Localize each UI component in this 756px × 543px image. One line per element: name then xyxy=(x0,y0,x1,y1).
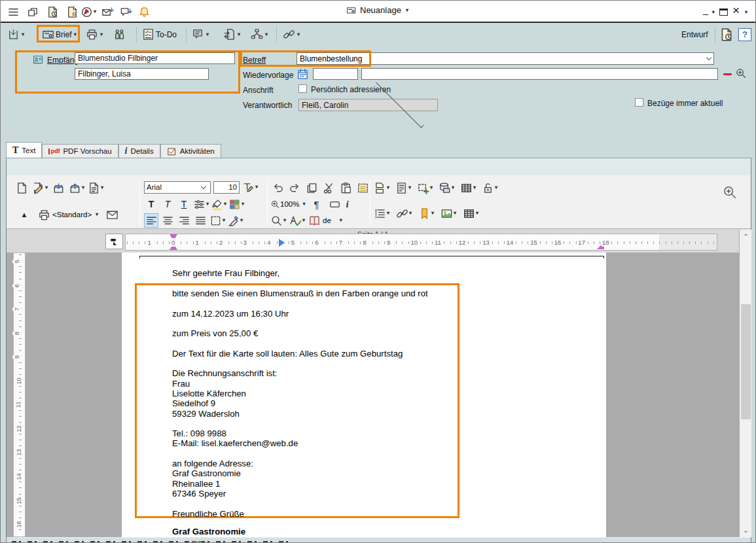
close-dropdown-icon[interactable]: ▾ xyxy=(745,10,747,15)
search-button[interactable]: ▾ xyxy=(270,213,286,228)
zoom-level-button[interactable]: 100%▾ xyxy=(270,197,305,211)
underline-button[interactable]: T xyxy=(177,197,191,211)
tab-aktivitaeten[interactable]: Aktivitäten xyxy=(160,144,221,158)
font-dialog-button[interactable]: ▾ xyxy=(242,180,258,194)
close-button[interactable]: × xyxy=(732,3,740,18)
notification-bell-icon[interactable] xyxy=(137,5,151,19)
scroll-up-icon[interactable]: ⌃ xyxy=(740,231,751,242)
bookmark-button[interactable]: ▾ xyxy=(418,206,434,220)
chevron-down-icon[interactable] xyxy=(706,55,711,60)
empfaenger-person-field[interactable] xyxy=(75,68,209,80)
check-in-button[interactable] xyxy=(51,181,65,195)
collapse-toolbar-button[interactable]: ▲ xyxy=(17,207,31,222)
new-document-button[interactable] xyxy=(14,181,29,195)
document-page[interactable]: Sehr geehrte Frau Filbinger, bitte sende… xyxy=(122,253,606,537)
table-grid-button[interactable]: ▾ xyxy=(463,206,478,220)
vertical-scrollbar[interactable]: ⌃ ⌄ xyxy=(739,230,751,537)
font-color-button[interactable]: ▾ xyxy=(228,197,244,211)
align-right-button[interactable] xyxy=(177,213,191,228)
vertical-ruler[interactable]: 5678910111213141516 xyxy=(13,253,26,537)
note-button[interactable]: ▾ xyxy=(192,26,209,43)
window-title-group[interactable]: Neuanlage ▾ xyxy=(346,5,408,15)
select-all-button[interactable] xyxy=(355,181,370,195)
font-name-combo[interactable]: Arial xyxy=(144,181,211,194)
italic-button[interactable]: T xyxy=(160,197,175,211)
format-painter-button[interactable]: ▾ xyxy=(227,213,243,228)
new-mail-icon[interactable] xyxy=(100,5,115,19)
empfaenger-company-field[interactable] xyxy=(75,52,235,64)
edit-document-button[interactable]: ▾ xyxy=(32,181,48,195)
check-out-button[interactable]: ▾ xyxy=(69,181,84,195)
highlight-button[interactable]: ▾ xyxy=(211,197,226,211)
printer-profile-button[interactable]: <Standard> ▾ xyxy=(38,207,98,222)
betreff-combo[interactable]: Blumenbestellung xyxy=(297,52,714,65)
scrollbar-thumb[interactable] xyxy=(741,304,751,419)
list-outline-button[interactable]: ▾ xyxy=(374,206,389,220)
pilcrow-button[interactable]: ¶ xyxy=(309,197,323,211)
minimize-dropdown-icon[interactable]: ▾ xyxy=(712,10,715,15)
editor-zoom-icon[interactable] xyxy=(722,184,738,203)
remove-icon[interactable] xyxy=(723,73,732,75)
bold-button[interactable]: T xyxy=(144,197,158,211)
title-dropdown-icon[interactable]: ▾ xyxy=(406,8,408,13)
betreff-label[interactable]: Betreff xyxy=(243,56,266,65)
tab-text[interactable]: T Text xyxy=(6,142,42,158)
tabstop-selector[interactable] xyxy=(105,234,123,249)
tab-details[interactable]: i Details xyxy=(118,144,160,158)
forward-button[interactable]: ▾ xyxy=(223,26,240,43)
align-center-button[interactable] xyxy=(160,213,175,228)
menu-icon[interactable] xyxy=(6,5,20,19)
section-button[interactable]: ▾ xyxy=(395,181,411,195)
tab-pdf-vorschau[interactable]: pdf PDF Vorschau xyxy=(42,144,118,158)
help-button[interactable]: ? xyxy=(738,26,751,43)
navigator-icon[interactable]: ▾ xyxy=(81,5,96,19)
favorite-document-icon[interactable] xyxy=(65,5,79,19)
link-button[interactable]: ▾ xyxy=(283,26,300,43)
page-setup-button[interactable]: ▾ xyxy=(374,181,389,195)
save-close-button[interactable]: ▾ xyxy=(7,26,24,43)
table-button[interactable]: ▾ xyxy=(460,181,476,195)
minimize-button[interactable]: _ xyxy=(703,5,707,15)
wiedervorlage-zoom-icon[interactable] xyxy=(735,67,747,82)
wiedervorlage-date-field[interactable] xyxy=(313,68,358,80)
new-message-icon[interactable] xyxy=(118,5,133,19)
brief-button[interactable]: Brief ▾ xyxy=(42,26,77,43)
paragraph-settings-button[interactable]: ▾ xyxy=(193,197,209,211)
new-window-icon[interactable] xyxy=(26,5,40,19)
justify-button[interactable] xyxy=(193,213,207,228)
draft-document-button[interactable] xyxy=(719,26,734,43)
workflow-button[interactable]: ▾ xyxy=(251,26,268,43)
verantwortlich-select[interactable]: Fleiß, Carolin xyxy=(298,99,438,111)
participants-button[interactable] xyxy=(113,26,126,43)
chevron-down-icon[interactable] xyxy=(376,80,424,128)
paste-button[interactable] xyxy=(338,181,353,195)
cut-button[interactable] xyxy=(321,181,336,195)
document-text-button[interactable]: ▾ xyxy=(88,181,103,195)
restore-button[interactable] xyxy=(719,9,728,16)
protection-button[interactable]: ▾ xyxy=(482,181,497,195)
hyperlink-button[interactable]: ▾ xyxy=(396,206,412,220)
border-button[interactable]: ▾ xyxy=(209,213,225,228)
bezuege-checkbox[interactable] xyxy=(635,98,643,107)
align-left-button[interactable] xyxy=(144,213,158,228)
spellcheck-button[interactable]: ▾ xyxy=(289,213,305,228)
copy-button[interactable] xyxy=(304,181,319,195)
todo-button[interactable]: To-Do xyxy=(142,26,177,43)
recent-document-icon[interactable] xyxy=(45,5,60,19)
undo-button[interactable] xyxy=(270,181,285,195)
field-button[interactable] xyxy=(327,197,342,211)
merge-field-button[interactable]: ▾ xyxy=(439,181,454,195)
scroll-down-icon[interactable]: ⌄ xyxy=(740,525,751,536)
insert-image-button[interactable]: ▾ xyxy=(441,206,456,220)
insert-frame-button[interactable]: ▾ xyxy=(417,181,433,195)
envelope-button[interactable] xyxy=(105,207,119,222)
horizontal-ruler[interactable]: 10123456789101112131415161718 xyxy=(125,234,717,251)
redo-button[interactable] xyxy=(287,181,302,195)
persoenlich-checkbox[interactable] xyxy=(298,84,307,93)
language-button[interactable]: de ▾ xyxy=(308,213,342,228)
wiedervorlage-text-field[interactable] xyxy=(361,68,718,80)
calendar-icon[interactable] xyxy=(297,68,309,83)
font-size-field[interactable]: 10 xyxy=(213,181,240,194)
document-info-button[interactable]: i xyxy=(346,200,348,209)
print-button[interactable]: ▾ xyxy=(86,26,103,43)
